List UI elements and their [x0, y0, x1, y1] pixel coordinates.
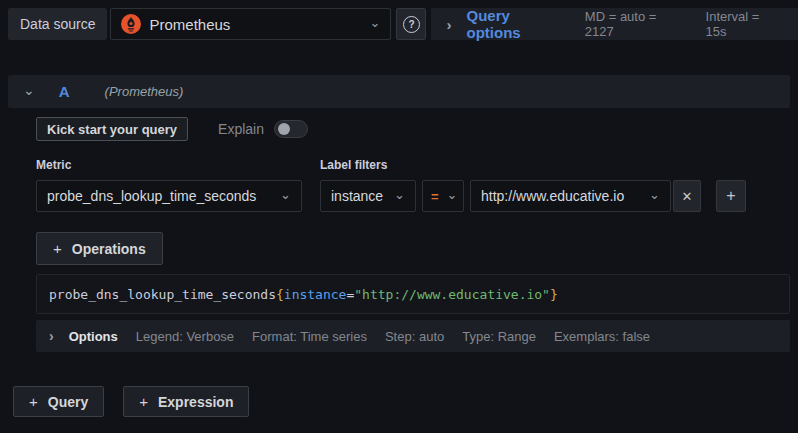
chevron-down-icon: ⌄ [280, 188, 291, 201]
options-title: Options [69, 329, 118, 344]
options-exemplars: Exemplars: false [554, 329, 650, 344]
filter-operator-select[interactable]: = ⌄ [422, 180, 464, 212]
filter-value-select[interactable]: http://www.educative.io ⌄ [470, 180, 671, 212]
datasource-hint: (Prometheus) [105, 84, 184, 99]
explain-label: Explain [218, 121, 264, 137]
add-filter-button[interactable]: + [716, 180, 746, 212]
preview-label-name: instance [284, 287, 347, 302]
preview-equals: = [346, 287, 354, 302]
data-source-select[interactable]: Prometheus ⌄ [110, 8, 391, 40]
close-icon: ✕ [682, 189, 693, 204]
options-header[interactable]: › Options Legend: Verbose Format: Time s… [36, 320, 790, 352]
query-options-label: Query options [466, 7, 566, 41]
prometheus-icon [121, 14, 141, 34]
filter-operator-value: = [431, 189, 439, 204]
chevron-down-icon: ⌄ [23, 82, 35, 98]
plus-icon: + [139, 393, 148, 410]
options-step: Step: auto [385, 329, 444, 344]
operations-row: + Operations [36, 232, 790, 265]
add-operations-button[interactable]: + Operations [36, 232, 163, 265]
toolbar: Data source Prometheus ⌄ ? › Query optio… [8, 8, 798, 40]
filter-value: http://www.educative.io [481, 188, 624, 204]
options-legend: Legend: Verbose [136, 329, 234, 344]
metric-field: Metric probe_dns_lookup_time_seconds ⌄ [36, 158, 302, 212]
preview-close-brace: } [550, 287, 558, 302]
query-row-body: Kick start your query Explain Metric pro… [36, 117, 790, 352]
preview-metric: probe_dns_lookup_time_seconds [49, 287, 276, 302]
label-filters-field: Label filters instance ⌄ = ⌄ http://www.… [320, 158, 746, 212]
plus-icon: + [53, 240, 62, 257]
options-type: Type: Range [462, 329, 536, 344]
metric-label: Metric [36, 158, 302, 172]
filter-name-select[interactable]: instance ⌄ [320, 180, 416, 212]
data-source-label: Data source [8, 8, 107, 40]
add-query-label: Query [48, 394, 88, 410]
query-row-header[interactable]: ⌄ A (Prometheus) [8, 75, 790, 108]
plus-icon: + [726, 187, 735, 205]
query-options-header[interactable]: › Query options MD = auto = 2127 Interva… [431, 8, 798, 40]
options-format: Format: Time series [252, 329, 367, 344]
explain-toggle[interactable] [274, 120, 308, 138]
help-button[interactable]: ? [396, 8, 426, 40]
toggle-knob-icon [278, 123, 290, 135]
query-builder: Metric probe_dns_lookup_time_seconds ⌄ L… [36, 158, 790, 212]
chevron-down-icon: ⌄ [649, 188, 660, 201]
kickstart-row: Kick start your query Explain [36, 117, 790, 141]
operations-label: Operations [72, 241, 146, 257]
remove-filter-button[interactable]: ✕ [673, 180, 701, 212]
chevron-down-icon: ⌄ [370, 16, 381, 29]
add-query-button[interactable]: + Query [13, 386, 104, 417]
preview-label-value: "http://www.educative.io" [354, 287, 550, 302]
kick-start-query-button[interactable]: Kick start your query [36, 117, 188, 141]
interval-value: Interval = 15s [706, 9, 783, 39]
chevron-down-icon: ⌄ [447, 188, 458, 201]
filter-name-value: instance [331, 188, 383, 204]
footer: + Query + Expression [13, 386, 798, 417]
max-data-points-value: MD = auto = 2127 [585, 9, 688, 39]
chevron-right-icon: › [49, 328, 54, 344]
query-ref-id: A [59, 83, 70, 100]
add-expression-button[interactable]: + Expression [123, 386, 249, 417]
label-filter-row: instance ⌄ = ⌄ http://www.educative.io ⌄… [320, 180, 746, 212]
help-icon: ? [403, 16, 420, 33]
metric-select[interactable]: probe_dns_lookup_time_seconds ⌄ [36, 180, 302, 212]
metric-value: probe_dns_lookup_time_seconds [47, 188, 256, 204]
preview-open-brace: { [276, 287, 284, 302]
label-filters-label: Label filters [320, 158, 746, 172]
query-preview: probe_dns_lookup_time_seconds{instance="… [36, 274, 790, 314]
plus-icon: + [29, 393, 38, 410]
chevron-right-icon: › [446, 16, 451, 33]
query-editor: Data source Prometheus ⌄ ? › Query optio… [0, 0, 798, 433]
data-source-value: Prometheus [149, 16, 230, 33]
chevron-down-icon: ⌄ [394, 188, 405, 201]
add-expression-label: Expression [158, 394, 233, 410]
